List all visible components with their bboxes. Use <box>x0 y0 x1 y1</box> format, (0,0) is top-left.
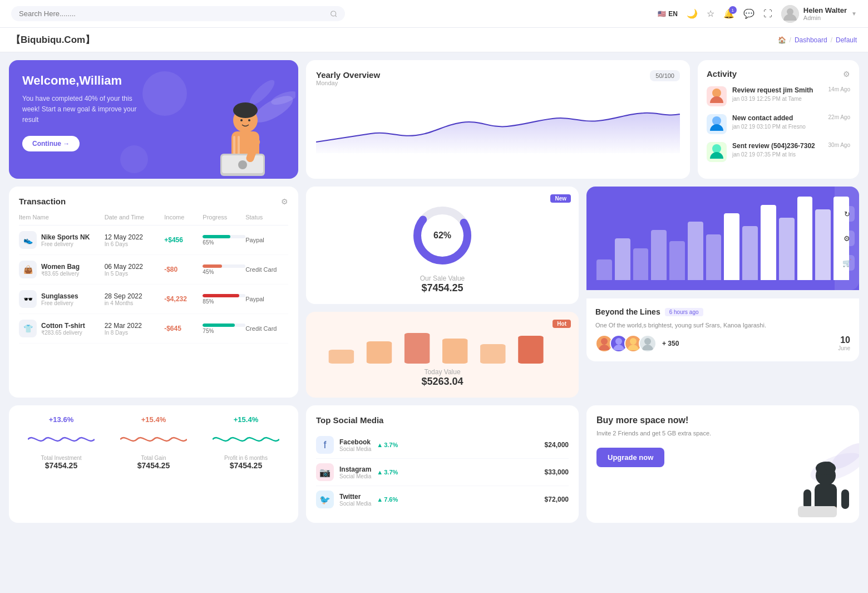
beyond-title: Beyond the Lines <box>595 307 660 316</box>
cart-icon[interactable]: 🛒 <box>839 255 855 271</box>
col-date: Date and Time <box>105 214 165 220</box>
activity-time-1: 14m Ago <box>828 86 850 92</box>
svg-point-23 <box>712 144 721 153</box>
svg-rect-32 <box>518 336 543 364</box>
breadcrumb-dashboard[interactable]: Dashboard <box>795 36 827 44</box>
stat-gain: +15.4% Total Gain $7454.25 <box>111 415 196 513</box>
social-row-facebook: f Facebook Social Media ▲3.7% $24,000 <box>316 432 569 459</box>
activity-item-1: Review request jim Smith jan 03 19 12:25… <box>707 86 850 106</box>
notifications-icon[interactable]: 🔔 1 <box>723 8 734 19</box>
stat-investment: +13.6% Total Investment $7454.25 <box>19 415 103 513</box>
instagram-icon: 📷 <box>316 463 334 481</box>
yearly-overview-card: Yearly Overview Monday 50/100 <box>306 60 690 179</box>
breadcrumb-default: Default <box>836 36 857 44</box>
transaction-card: Transaction ⚙ Item Name Date and Time In… <box>9 187 298 398</box>
user-menu[interactable]: Helen Walter Admin ▼ <box>781 5 857 23</box>
table-row: 👜Women Bag₹83.65 delivery 06 May 2022In … <box>19 255 288 285</box>
donut-chart: 62% <box>409 202 476 269</box>
activity-card: Activity ⚙ Review request jim Smith jan … <box>698 60 859 179</box>
sale-hot-value: $5263.04 <box>316 376 569 388</box>
table-row: 👟Nike Sports NKFree delivery 12 May 2022… <box>19 226 288 255</box>
svg-rect-31 <box>480 344 505 364</box>
flag-icon: 🇺🇸 <box>658 10 666 18</box>
upgrade-title: Buy more space now! <box>596 415 849 425</box>
beyond-card: Beyond the Lines 6 hours ago One Of the … <box>586 298 859 361</box>
svg-rect-29 <box>405 333 430 364</box>
table-header: Item Name Date and Time Income Progress … <box>19 214 288 226</box>
sale-new-value: $7454.25 <box>316 282 569 294</box>
svg-rect-27 <box>329 350 354 364</box>
svg-text:62%: 62% <box>433 231 451 240</box>
sale-new-card: New 62% Our Sale Value $7454.25 <box>306 187 579 304</box>
lang-label: EN <box>668 10 678 18</box>
chart-beyond-column: ↻ ⚙ 🛒 Beyond the Lines 6 hours ago One O… <box>586 187 859 398</box>
top-navigation: 🇺🇸 EN 🌙 ☆ 🔔 1 💬 ⛶ Helen Walter Admin ▼ <box>0 0 868 28</box>
svg-rect-28 <box>367 341 392 364</box>
activity-img-2 <box>707 114 727 134</box>
settings-icon[interactable]: ⚙ <box>839 231 855 246</box>
col-progress: Progress <box>203 214 245 220</box>
activity-title: Activity <box>707 69 737 79</box>
upgrade-card: Buy more space now! Invite 2 Friends and… <box>586 405 859 523</box>
svg-point-35 <box>630 338 637 345</box>
svg-rect-47 <box>798 506 837 517</box>
refresh-icon[interactable]: ↻ <box>839 206 855 222</box>
username-label: Helen Walter <box>803 6 847 14</box>
col-status: Status <box>245 214 288 220</box>
svg-point-10 <box>240 119 243 121</box>
svg-point-0 <box>331 11 336 16</box>
continue-button[interactable]: Continue → <box>22 136 80 151</box>
brand-bar: 【Biqubiqu.Com】 🏠 / Dashboard / Default <box>0 28 868 52</box>
fullscreen-icon[interactable]: ⛶ <box>763 9 772 19</box>
activity-text-1: Review request jim Smith jan 03 19 12:25… <box>732 86 821 102</box>
profit-wave <box>213 428 279 450</box>
messages-icon[interactable]: 💬 <box>743 8 754 19</box>
beyond-time: 6 hours ago <box>665 308 703 316</box>
home-icon[interactable]: 🏠 <box>778 36 786 44</box>
social-row-instagram: 📷 Instagram Social Media ▲3.7% $33,000 <box>316 459 569 486</box>
upgrade-button[interactable]: Upgrade now <box>596 448 664 467</box>
transaction-title: Transaction <box>19 197 66 206</box>
table-row: 👕Cotton T-shirt₹283.65 delivery 22 Mar 2… <box>19 314 288 344</box>
second-row: Transaction ⚙ Item Name Date and Time In… <box>0 187 868 405</box>
svg-point-33 <box>601 338 608 345</box>
gain-wave <box>120 428 187 450</box>
language-selector[interactable]: 🇺🇸 EN <box>658 10 678 18</box>
social-row-twitter: 🐦 Twitter Social Media ▲7.6% $72,000 <box>316 486 569 513</box>
search-icon <box>330 10 337 18</box>
welcome-title: Welcome,William <box>22 73 156 88</box>
search-input[interactable] <box>19 9 326 18</box>
activity-time-2: 22m Ago <box>828 114 850 120</box>
favorites-icon[interactable]: ☆ <box>707 8 714 19</box>
activity-settings-icon[interactable]: ⚙ <box>843 70 850 79</box>
svg-line-1 <box>335 15 336 16</box>
activity-img-3 <box>707 142 727 162</box>
facebook-icon: f <box>316 436 334 454</box>
yearly-chart <box>316 97 680 153</box>
activity-item-2: New contact added jan 02 19 03:10 PM at … <box>707 114 850 134</box>
svg-point-21 <box>712 116 721 125</box>
avatar-group <box>595 335 653 352</box>
twitter-icon: 🐦 <box>316 491 334 508</box>
notification-badge: 1 <box>729 6 737 14</box>
svg-rect-45 <box>803 489 811 509</box>
transaction-settings-icon[interactable]: ⚙ <box>281 197 288 206</box>
beyond-description: One Of the world,s brightest, young surf… <box>595 321 850 330</box>
social-title: Top Social Media <box>316 415 569 425</box>
welcome-illustration <box>187 60 298 179</box>
today-bar-chart <box>316 322 569 366</box>
bar-chart-card: ↻ ⚙ 🛒 <box>586 187 859 290</box>
hot-badge: Hot <box>553 320 571 328</box>
side-icons: ↻ ⚙ 🛒 <box>835 187 859 290</box>
beyond-footer: + 350 10 June <box>595 335 850 352</box>
search-bar[interactable] <box>11 6 345 21</box>
avatar <box>781 5 799 23</box>
svg-rect-30 <box>442 339 467 364</box>
dark-mode-toggle[interactable]: 🌙 <box>687 8 698 19</box>
activity-time-3: 30m Ago <box>828 142 850 148</box>
svg-point-19 <box>712 89 721 97</box>
activity-img-1 <box>707 86 727 106</box>
yearly-badge: 50/100 <box>650 70 680 81</box>
sale-hot-card: Hot Today Value $5263.04 <box>306 312 579 398</box>
svg-point-9 <box>233 102 258 118</box>
